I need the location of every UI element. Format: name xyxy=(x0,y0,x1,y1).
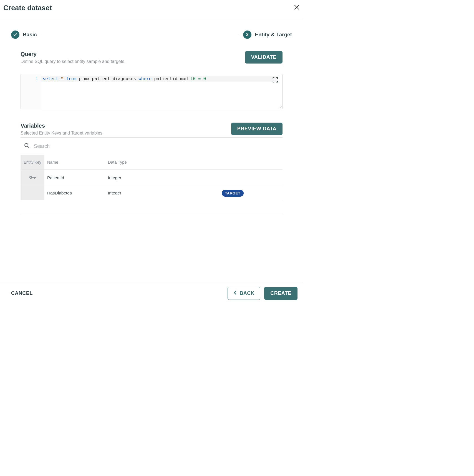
step-entity-target-label: Entity & Target xyxy=(255,32,292,38)
svg-point-4 xyxy=(25,143,28,147)
search-row xyxy=(21,138,283,153)
close-icon[interactable] xyxy=(294,4,300,12)
query-section-header: Query Define SQL query to select entity … xyxy=(21,51,283,66)
validate-button[interactable]: Validate xyxy=(245,51,283,64)
variables-section-header: Variables Selected Entity Keys and Targe… xyxy=(21,123,283,138)
col-name: Name xyxy=(44,155,105,170)
sql-keyword: select xyxy=(43,76,58,81)
sql-number: 0 xyxy=(203,76,206,81)
dialog-header: Create dataset xyxy=(0,0,303,18)
variables-table: Entity Key Name Data Type PatientId Inte… xyxy=(21,155,283,200)
cell-badge xyxy=(154,170,283,186)
variables-subtitle: Selected Entity Keys and Target variable… xyxy=(21,131,104,136)
svg-line-5 xyxy=(28,146,29,148)
svg-line-3 xyxy=(280,106,282,108)
back-label: Back xyxy=(239,290,254,296)
variables-title: Variables xyxy=(21,123,104,129)
chevron-left-icon xyxy=(233,290,237,296)
svg-rect-10 xyxy=(35,177,36,178)
step-number-icon: 2 xyxy=(243,31,251,39)
create-button[interactable]: Create xyxy=(264,287,297,300)
query-subtitle: Define SQL query to select entity sample… xyxy=(21,59,125,64)
key-icon xyxy=(29,176,36,181)
cell-name: PatientId xyxy=(44,170,105,186)
cell-type: Integer xyxy=(105,170,154,186)
preview-data-button[interactable]: Preview data xyxy=(231,123,283,135)
cancel-button[interactable]: Cancel xyxy=(11,290,33,296)
dialog-footer: Cancel Back Create xyxy=(0,282,303,304)
table-row[interactable]: HasDiabetes Integer TARGET xyxy=(21,186,283,200)
entity-key-cell[interactable] xyxy=(21,186,44,200)
svg-rect-9 xyxy=(34,177,35,179)
sql-star: * xyxy=(61,76,63,81)
back-button[interactable]: Back xyxy=(228,287,260,300)
sql-identifier: mod xyxy=(180,76,188,81)
sql-identifier: pima_patient_diagnoses xyxy=(79,76,136,81)
step-basic-label: Basic xyxy=(23,32,37,38)
step-connector xyxy=(41,35,239,35)
stepper: Basic 2 Entity & Target xyxy=(0,18,303,39)
step-basic[interactable]: Basic xyxy=(11,31,37,39)
cell-type: Integer xyxy=(105,186,154,200)
cell-badge: TARGET xyxy=(154,186,283,200)
query-title: Query xyxy=(21,51,125,57)
line-number: 1 xyxy=(36,76,38,81)
sql-editor[interactable]: 1 select * from pima_patient_diagnoses w… xyxy=(21,74,283,109)
check-icon xyxy=(11,31,19,39)
editor-gutter: 1 xyxy=(21,74,41,109)
target-badge: TARGET xyxy=(222,190,244,197)
sql-identifier: patientid xyxy=(154,76,177,81)
resize-handle-icon[interactable] xyxy=(278,104,282,108)
svg-point-7 xyxy=(30,177,31,178)
dialog-title: Create dataset xyxy=(3,4,52,12)
entity-key-cell[interactable] xyxy=(21,170,44,186)
col-entity-key: Entity Key xyxy=(21,155,44,170)
table-row[interactable]: PatientId Integer xyxy=(21,170,283,186)
col-badge xyxy=(154,155,283,170)
step-entity-target[interactable]: 2 Entity & Target xyxy=(243,31,292,39)
sql-keyword: from xyxy=(66,76,76,81)
sql-keyword: where xyxy=(138,76,152,81)
col-data-type: Data Type xyxy=(105,155,154,170)
fullscreen-icon[interactable] xyxy=(272,77,278,84)
section-divider xyxy=(21,215,283,215)
search-icon xyxy=(24,143,30,150)
search-input[interactable] xyxy=(34,143,279,149)
svg-line-2 xyxy=(279,105,282,108)
sql-number: 10 xyxy=(190,76,196,81)
cell-name: HasDiabetes xyxy=(44,186,105,200)
